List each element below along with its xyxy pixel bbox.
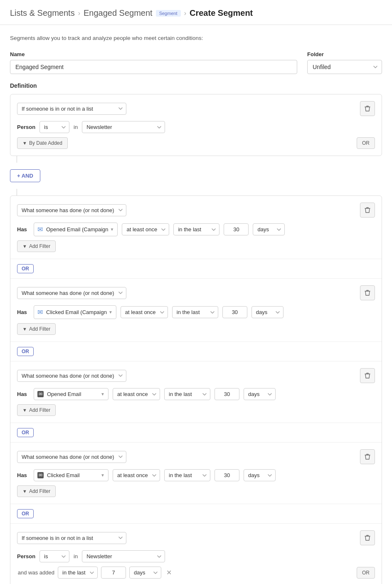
has-label-2d: Has [17, 472, 30, 478]
person-in-label-2e: in [74, 553, 78, 559]
action-text-2d: Clicked Email [47, 472, 99, 478]
email-plain-icon-2c: ✉ [37, 391, 44, 397]
person-in-label-1: in [74, 124, 78, 130]
condition-header-2d: What someone has done (or not done) If s… [17, 449, 375, 464]
person-is-select-1[interactable]: is is not [39, 121, 69, 133]
add-filter-btn-2d[interactable]: ▼ Add Filter [17, 485, 56, 497]
frequency-select-2d[interactable]: at least once zero times [113, 469, 160, 481]
frequency-select-2c[interactable]: at least once zero times [113, 388, 160, 400]
time-range-select-2d[interactable]: in the last over all time [164, 469, 210, 481]
person-list-select-2e[interactable]: Newsletter [82, 550, 165, 562]
filter-icon: ▼ [22, 141, 27, 146]
condition-header-1: If someone is in or not in a list What s… [17, 101, 375, 116]
add-filter-label-2a: Add Filter [29, 243, 50, 249]
add-filter-btn-2c[interactable]: ▼ Add Filter [17, 404, 56, 416]
time-unit-select-2a[interactable]: days weeks [253, 223, 285, 235]
or-badge-3[interactable]: OR [17, 428, 34, 437]
connector-2 [17, 189, 17, 195]
or-badge-4[interactable]: OR [17, 509, 34, 518]
folder-label: Folder [307, 51, 382, 57]
action-select-2a[interactable]: ✉ Opened Email (Campaign ▼ [34, 223, 118, 236]
frequency-select-2a[interactable]: at least once zero times [122, 223, 169, 235]
time-value-input-2a[interactable] [224, 223, 249, 235]
breadcrumb: Lists & Segments › Engaged Segment Segme… [10, 8, 382, 18]
added-range-select[interactable]: in the last before [58, 567, 98, 579]
time-range-select-2c[interactable]: in the last over all time [164, 388, 210, 400]
chevron-down-icon-2d: ▼ [101, 473, 105, 478]
condition-type-select-2e[interactable]: If someone is in or not in a list What s… [17, 532, 126, 544]
condition-type-select-1[interactable]: If someone is in or not in a list What s… [17, 103, 126, 115]
has-label-2c: Has [17, 391, 30, 397]
name-input[interactable] [10, 60, 297, 74]
frequency-select-2b[interactable]: at least once zero times [121, 306, 168, 318]
condition-type-select-2b[interactable]: What someone has done (or not done) If s… [17, 287, 126, 299]
delete-btn-2c[interactable] [360, 368, 375, 383]
person-list-select-1[interactable]: Newsletter [82, 121, 165, 133]
time-value-input-2d[interactable] [214, 469, 239, 481]
condition-row-2a: Has ✉ Opened Email (Campaign ▼ at least … [17, 223, 375, 236]
connector-1 [17, 156, 17, 163]
condition-block-2: What someone has done (or not done) If s… [10, 195, 382, 584]
delete-btn-2a[interactable] [360, 203, 375, 218]
person-row-1: Person is is not in Newsletter [17, 121, 375, 133]
filter-icon-2b: ▼ [22, 327, 27, 332]
person-label-2e: Person [17, 553, 35, 559]
filter-icon-2d: ▼ [22, 489, 27, 494]
time-range-select-2b[interactable]: in the last over all time [172, 306, 218, 318]
person-label-1: Person [17, 124, 35, 130]
action-select-2c[interactable]: ✉ Opened Email ▼ [34, 388, 108, 400]
condition-header-2e: If someone is in or not in a list What s… [17, 530, 375, 545]
has-label-2a: Has [17, 226, 30, 233]
time-value-input-2b[interactable] [222, 306, 247, 318]
and-btn-1[interactable]: + AND [10, 169, 40, 182]
add-filter-btn-2a[interactable]: ▼ Add Filter [17, 240, 56, 252]
remove-date-filter-btn[interactable]: ✕ [165, 569, 173, 577]
chevron-down-icon-2a: ▼ [110, 227, 114, 232]
time-unit-select-2b[interactable]: days weeks [251, 306, 284, 318]
delete-btn-1[interactable] [360, 101, 375, 116]
breadcrumb-sep2: › [184, 10, 186, 17]
and-was-added-label: and was added [17, 569, 54, 576]
action-text-2c: Opened Email [47, 391, 99, 397]
added-value-input[interactable] [101, 567, 126, 579]
chevron-down-icon-2b: ▼ [108, 310, 113, 314]
definition-title: Definition [10, 82, 382, 89]
breadcrumb-badge: Segment [156, 10, 181, 17]
time-unit-select-2d[interactable]: days weeks [244, 469, 276, 481]
or-btn-1[interactable]: OR [357, 137, 375, 149]
action-select-2b[interactable]: ✉ Clicked Email (Campaign ▼ [34, 305, 116, 319]
delete-btn-2b[interactable] [360, 285, 375, 300]
add-filter-btn-2b[interactable]: ▼ Add Filter [17, 323, 56, 335]
name-group: Name [10, 51, 297, 74]
time-value-input-2c[interactable] [214, 388, 239, 400]
by-date-added-btn[interactable]: ▼ By Date Added [17, 137, 68, 149]
page-description: Segments allow you to track and analyze … [10, 35, 382, 41]
breadcrumb-engaged[interactable]: Engaged Segment [84, 8, 153, 18]
email-campaign-icon-2a: ✉ [37, 225, 43, 233]
delete-btn-2d[interactable] [360, 449, 375, 464]
time-range-select-2a[interactable]: in the last over all time [173, 223, 219, 235]
condition-type-select-2c[interactable]: What someone has done (or not done) If s… [17, 370, 126, 382]
or-badge-1[interactable]: OR [17, 264, 34, 273]
delete-btn-2e[interactable] [360, 530, 375, 545]
condition-type-select-2d[interactable]: What someone has done (or not done) If s… [17, 451, 126, 463]
added-unit-select[interactable]: days weeks [129, 567, 161, 579]
add-filter-label-2b: Add Filter [29, 326, 50, 332]
action-select-2d[interactable]: ✉ Clicked Email ▼ [34, 469, 108, 481]
add-filter-label-2c: Add Filter [29, 407, 50, 413]
or-badge-2[interactable]: OR [17, 347, 34, 356]
person-is-select-2e[interactable]: is is not [39, 550, 69, 562]
condition-header-2c: What someone has done (or not done) If s… [17, 368, 375, 383]
email-plain-icon-2d: ✉ [37, 472, 44, 478]
filter-icon-2c: ▼ [22, 408, 27, 413]
condition-header-2b: What someone has done (or not done) If s… [17, 285, 375, 300]
folder-select[interactable]: Unfiled [307, 60, 382, 74]
breadcrumb-lists[interactable]: Lists & Segments [10, 8, 75, 18]
or-btn-2e[interactable]: OR [357, 567, 375, 579]
time-unit-select-2c[interactable]: days weeks [244, 388, 276, 400]
action-text-2a: Opened Email (Campaign [46, 226, 108, 233]
condition-type-select-2a[interactable]: What someone has done (or not done) If s… [17, 204, 126, 216]
name-label: Name [10, 51, 297, 57]
email-campaign-icon-2b: ✉ [37, 308, 43, 316]
chevron-down-icon-2c: ▼ [101, 392, 105, 396]
